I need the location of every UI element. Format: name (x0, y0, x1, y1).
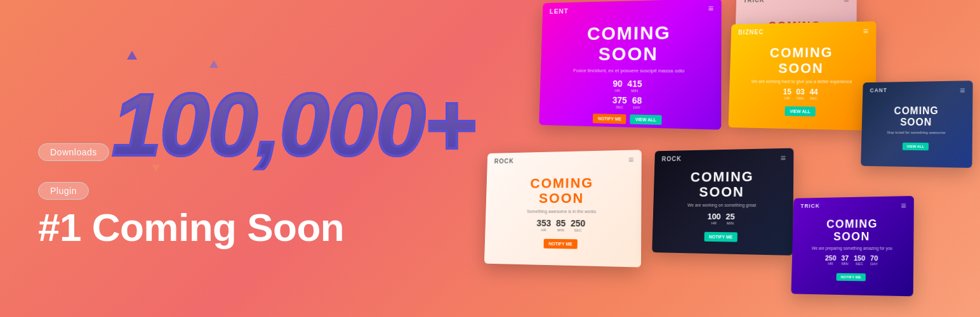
card-light-num3: 250SEC (571, 218, 586, 232)
card-light-notify-btn[interactable]: NOTIFY ME (543, 239, 577, 249)
card-light-menu: ≡ (628, 155, 633, 164)
card-right-mid-view-btn[interactable]: VIEW ALL (903, 142, 929, 150)
card-purple-menu: ≡ (901, 201, 906, 210)
card-num-415: 415MIN (627, 79, 642, 93)
card-magenta-menu: ≡ (708, 4, 714, 13)
card-purple: TRICK ≡ COMINGSOON We are preparing some… (791, 196, 914, 296)
card-dark-menu: ≡ (781, 153, 786, 162)
card-purple-subtitle: We are preparing something amazing for y… (804, 246, 900, 250)
card-dark-label: ROCK (661, 155, 681, 162)
card-dark-title: COMINGSOON (690, 169, 754, 200)
downloads-badge: Downloads (38, 143, 109, 161)
card-magenta-view-btn[interactable]: VIEW ALL (630, 114, 662, 125)
card-right-mid-subtitle: Stay tuned for something awesome (881, 130, 952, 134)
card-yellow-view-btn[interactable]: VIEW ALL (785, 106, 816, 116)
triangle-decoration-1 (127, 51, 137, 60)
card-light-title: COMINGSOON (530, 176, 594, 207)
card-magenta-subtitle: Fusce tincidunt, ex et posuere suscipit … (562, 68, 698, 74)
card-dark-num2: 25MIN (725, 212, 735, 225)
card-yellow-menu: ≡ (863, 27, 868, 36)
card-num-90: 90HR (612, 79, 623, 93)
card-dark: ROCK ≡ COMINGSOON We are working on some… (652, 148, 793, 256)
plugin-title: #1 Coming Soon (38, 206, 475, 249)
card-purple-label: TRICK (800, 203, 820, 209)
card-num-68: 68DAY (632, 95, 642, 110)
big-number-wrapper: 100,000+ (112, 81, 475, 169)
card-yellow-title: COMINGSOON (769, 45, 833, 76)
card-purple-num2: 37MIN (841, 254, 849, 266)
card-right-mid-menu: ≡ (960, 86, 965, 94)
card-yellow-subtitle: We are working hard to give you a better… (742, 79, 861, 84)
card-yellow-label: BIZNEC (738, 29, 764, 36)
card-yellow-num1: 15HR (783, 87, 791, 100)
card-dark-subtitle: We are working on something great (679, 203, 766, 207)
card-purple-num3: 150SEC (854, 254, 865, 266)
card-right-mid: CANT ≡ COMINGSOON Stay tuned for somethi… (861, 81, 973, 168)
card-light-label: ROCK (494, 158, 514, 165)
card-light-num2: 85MIN (556, 218, 566, 232)
card-photo-label: TRICK (743, 0, 765, 4)
card-photo-menu: ≡ (844, 0, 849, 4)
card-magenta-title: COMINGSOON (586, 22, 671, 64)
card-light: ROCK ≡ COMINGSOON Something awesome is i… (484, 150, 642, 267)
left-content: Downloads 100,000+ Plugin #1 Coming Soon (0, 68, 475, 249)
mockup-cards-area: LENT ≡ COMINGSOON Fusce tincidunt, ex et… (447, 0, 980, 317)
card-purple-notify-btn[interactable]: NOTIFY ME (837, 273, 866, 281)
card-dark-notify-btn[interactable]: NOTIFY ME (704, 232, 738, 242)
card-num-375: 375SEC (612, 95, 627, 110)
card-purple-num1: 250HR (825, 254, 837, 266)
card-magenta: LENT ≡ COMINGSOON Fusce tincidunt, ex et… (539, 0, 721, 130)
plugin-badge: Plugin (38, 182, 89, 200)
card-light-subtitle: Something awesome is in the works (515, 209, 609, 214)
card-yellow: BIZNEC ≡ COMINGSOON We are working hard … (729, 21, 877, 131)
card-right-mid-label: CANT (870, 87, 887, 93)
card-purple-num4: 70DAY (870, 254, 878, 266)
big-number: 100,000+ (112, 81, 475, 169)
card-light-num1: 353HR (536, 218, 551, 232)
card-yellow-num3: 44SEC (809, 87, 818, 100)
card-dark-num1: 100HR (707, 212, 721, 225)
hero-banner: Downloads 100,000+ Plugin #1 Coming Soon… (0, 0, 980, 317)
card-purple-title: COMINGSOON (826, 218, 878, 243)
card-right-mid-title: COMINGSOON (894, 105, 939, 127)
triangle-decoration-2 (209, 60, 218, 68)
card-yellow-num2: 03MIN (796, 87, 804, 100)
card-lent-label: LENT (550, 8, 569, 15)
card-magenta-notify-btn[interactable]: NOTIFY ME (593, 113, 626, 124)
